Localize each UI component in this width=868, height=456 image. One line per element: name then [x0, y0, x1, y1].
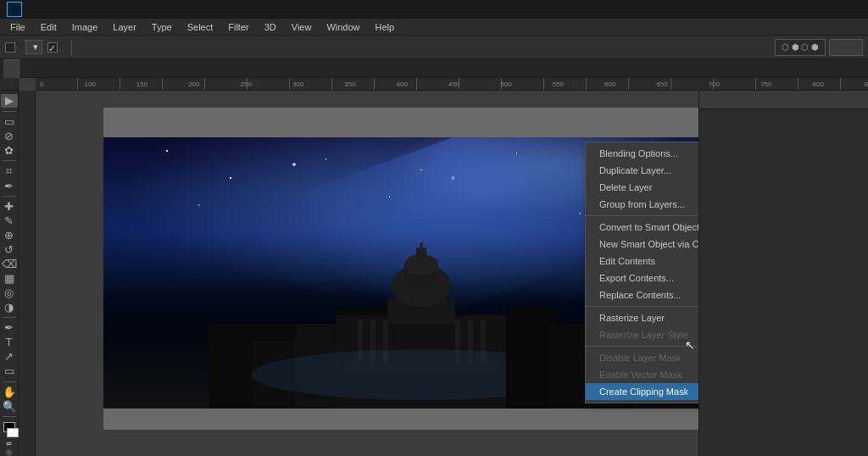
window-controls[interactable]: [819, 3, 861, 15]
prop-3d-extrusion[interactable]: [704, 136, 863, 139]
ctx-separator-10: [586, 306, 698, 307]
options-bar: ▾ ✓ ⬡ ⬢ ⬡ ⬢: [0, 36, 868, 59]
ctx-item-new-smart-object-via-copy[interactable]: New Smart Object via Copy: [586, 236, 698, 253]
menu-item-layer[interactable]: Layer: [106, 20, 143, 34]
menu-item-type[interactable]: Type: [145, 20, 179, 34]
ruler-container: 0100150200250300350400450500550600650700…: [0, 78, 868, 91]
healing-tool[interactable]: ✚: [1, 200, 18, 214]
main-area: ▶ ▭ ⊘ ✿ ⌗ ✒ ✚ ✎ ⊕ ↺ ⌫ ▦ ◎ ◑ ✒ T ↗ ▭ ✋ 🔍 …: [0, 91, 868, 456]
horizontal-ruler: 0100150200250300350400450500550600650700…: [36, 78, 868, 91]
capitol-svg: [209, 239, 633, 409]
restore-button[interactable]: [834, 3, 846, 15]
ctx-item-edit-contents[interactable]: Edit Contents: [586, 253, 698, 270]
ctx-separator-13: [586, 346, 698, 347]
move-tool[interactable]: ▶: [1, 94, 18, 108]
properties-panel-header: [699, 91, 868, 109]
document-tab[interactable]: [3, 59, 21, 78]
shape-tool[interactable]: ▭: [1, 364, 18, 378]
eyedropper-tool[interactable]: ✒: [1, 179, 18, 192]
ctx-separator-4: [586, 215, 698, 216]
prop-gray[interactable]: [704, 120, 863, 124]
ctx-item-group-from-layers---[interactable]: Group from Layers...: [586, 196, 698, 213]
options-separator-1: [71, 40, 72, 55]
ctx-item-enable-vector-mask: Enable Vector Mask: [586, 366, 698, 383]
3d-icon-bar: ⬡ ⬢ ⬡ ⬢: [775, 39, 826, 56]
context-menu: Blending Options...Duplicate Layer...Del…: [585, 142, 698, 403]
ps-logo: [7, 2, 22, 17]
ruler-corner: [0, 78, 19, 91]
prop-postcard-label: [704, 130, 863, 133]
3d-button[interactable]: [829, 39, 863, 56]
menu-item-view[interactable]: View: [285, 20, 319, 34]
ctx-item-rasterize-layer[interactable]: Rasterize Layer: [586, 309, 698, 326]
ctx-item-export-contents---[interactable]: Export Contents...: [586, 270, 698, 286]
tab-bar: [0, 59, 868, 78]
menu-item-filter[interactable]: Filter: [221, 20, 255, 34]
left-toolbar: ▶ ▭ ⊘ ✿ ⌗ ✒ ✚ ✎ ⊕ ↺ ⌫ ▦ ◎ ◑ ✒ T ↗ ▭ ✋ 🔍 …: [0, 91, 19, 456]
menu-item-image[interactable]: Image: [65, 20, 105, 34]
gradient-tool[interactable]: ▦: [1, 271, 18, 285]
eraser-tool[interactable]: ⌫: [1, 258, 18, 271]
ctx-item-rasterize-layer-style: Rasterize Layer Style: [586, 326, 698, 343]
ctx-item-disable-layer-mask: Disable Layer Mask: [586, 349, 698, 366]
auto-select-chevron: ▾: [33, 42, 38, 53]
auto-select-dropdown[interactable]: ▾: [25, 40, 42, 54]
right-panel: [698, 91, 868, 456]
path-tool[interactable]: ↗: [1, 350, 18, 364]
menu-item-help[interactable]: Help: [369, 20, 402, 34]
ctx-item-create-clipping-mask[interactable]: Create Clipping Mask: [586, 383, 698, 400]
prop-violet[interactable]: [704, 114, 863, 118]
properties-content: [699, 109, 868, 150]
type-tool[interactable]: T: [1, 336, 18, 349]
zoom-tool[interactable]: 🔍: [1, 399, 18, 413]
background-color[interactable]: [7, 428, 19, 438]
menu-bar: FileEditImageLayerTypeSelectFilter3DView…: [0, 19, 868, 36]
lasso-tool[interactable]: ⊘: [1, 130, 18, 143]
tool-sep-2: [3, 160, 16, 161]
dodge-tool[interactable]: ◑: [1, 300, 18, 314]
tool-sep-4: [3, 317, 16, 318]
tool-sep-1: [3, 111, 16, 112]
title-bar: [0, 0, 868, 19]
close-button[interactable]: [849, 3, 861, 15]
menu-item-edit[interactable]: Edit: [34, 20, 64, 34]
ctx-item-delete-layer[interactable]: Delete Layer: [586, 179, 698, 196]
tool-sep-6: [3, 416, 16, 417]
tool-sep-3: [3, 196, 16, 197]
menu-item-file[interactable]: File: [3, 20, 32, 34]
ctx-item-duplicate-layer---[interactable]: Duplicate Layer...: [586, 162, 698, 179]
crop-tool[interactable]: ⌗: [1, 164, 18, 178]
minimize-button[interactable]: [819, 3, 831, 15]
brush-tool[interactable]: ✎: [1, 214, 18, 228]
quick-select-tool[interactable]: ✿: [1, 144, 18, 158]
tool-sep-5: [3, 381, 16, 382]
hand-tool[interactable]: ✋: [1, 385, 18, 398]
menu-item-window[interactable]: Window: [320, 20, 366, 34]
ctx-item-convert-to-smart-object[interactable]: Convert to Smart Object: [586, 219, 698, 236]
vertical-ruler: [19, 91, 36, 456]
show-transform-checkbox[interactable]: ✓: [47, 42, 58, 53]
pen-tool[interactable]: ✒: [1, 321, 18, 335]
svg-rect-19: [420, 242, 423, 249]
prop-3d-extrusion-disabled: [704, 142, 863, 145]
clone-tool[interactable]: ⊕: [1, 229, 18, 242]
canvas-area: Blending Options...Duplicate Layer...Del…: [19, 91, 698, 456]
blur-tool[interactable]: ◎: [1, 286, 18, 299]
ruler-numbers: 0100150200250300350400450500550600650700…: [40, 81, 868, 88]
history-brush[interactable]: ↺: [1, 243, 18, 257]
move-tool-checkbox[interactable]: [5, 42, 15, 53]
quick-mask[interactable]: ◎: [3, 448, 16, 456]
menu-item-3d[interactable]: 3D: [258, 20, 283, 34]
svg-rect-18: [416, 247, 426, 264]
menu-item-select[interactable]: Select: [181, 20, 220, 34]
app-title: [7, 2, 27, 17]
ctx-item-blending-options---[interactable]: Blending Options...: [586, 145, 698, 162]
swap-colors[interactable]: ⇄: [6, 440, 12, 448]
marquee-tool[interactable]: ▭: [1, 115, 18, 129]
ctx-item-replace-contents---[interactable]: Replace Contents...: [586, 286, 698, 303]
